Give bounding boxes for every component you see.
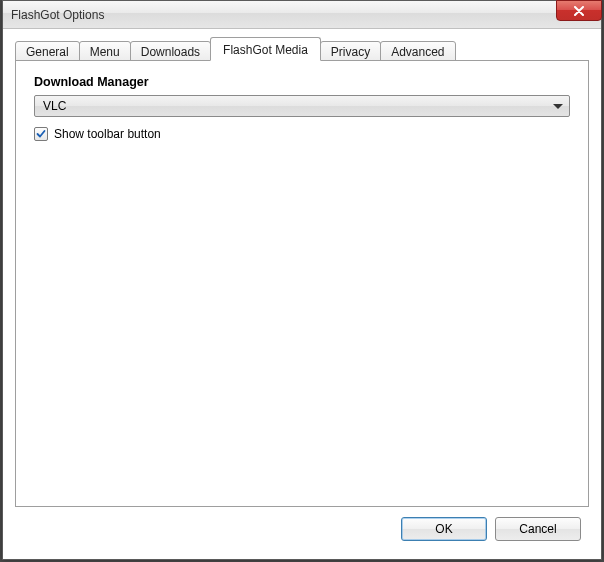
titlebar[interactable]: FlashGot Options xyxy=(3,1,601,29)
show-toolbar-button-row: Show toolbar button xyxy=(34,127,570,141)
tab-panel-flashgot-media: Download Manager VLC Show toolbar button xyxy=(15,60,589,507)
download-manager-label: Download Manager xyxy=(34,75,570,89)
dialog-buttons: OK Cancel xyxy=(401,517,581,541)
window-title: FlashGot Options xyxy=(3,8,104,22)
ok-button[interactable]: OK xyxy=(401,517,487,541)
tabstrip: General Menu Downloads FlashGot Media Pr… xyxy=(11,37,593,61)
show-toolbar-button-checkbox[interactable] xyxy=(34,127,48,141)
dropdown-value: VLC xyxy=(43,99,66,113)
show-toolbar-button-label: Show toolbar button xyxy=(54,127,161,141)
options-dialog: FlashGot Options General Menu Downloads … xyxy=(2,0,602,560)
tab-flashgot-media[interactable]: FlashGot Media xyxy=(210,37,321,61)
tab-downloads[interactable]: Downloads xyxy=(130,41,211,61)
close-icon xyxy=(573,6,585,16)
tab-privacy[interactable]: Privacy xyxy=(320,41,381,61)
tab-advanced[interactable]: Advanced xyxy=(380,41,455,61)
chevron-down-icon xyxy=(553,104,563,109)
download-manager-dropdown[interactable]: VLC xyxy=(34,95,570,117)
checkmark-icon xyxy=(36,129,46,139)
client-area: General Menu Downloads FlashGot Media Pr… xyxy=(11,37,593,551)
close-button[interactable] xyxy=(556,0,602,21)
cancel-button[interactable]: Cancel xyxy=(495,517,581,541)
tab-menu[interactable]: Menu xyxy=(79,41,131,61)
tab-general[interactable]: General xyxy=(15,41,80,61)
